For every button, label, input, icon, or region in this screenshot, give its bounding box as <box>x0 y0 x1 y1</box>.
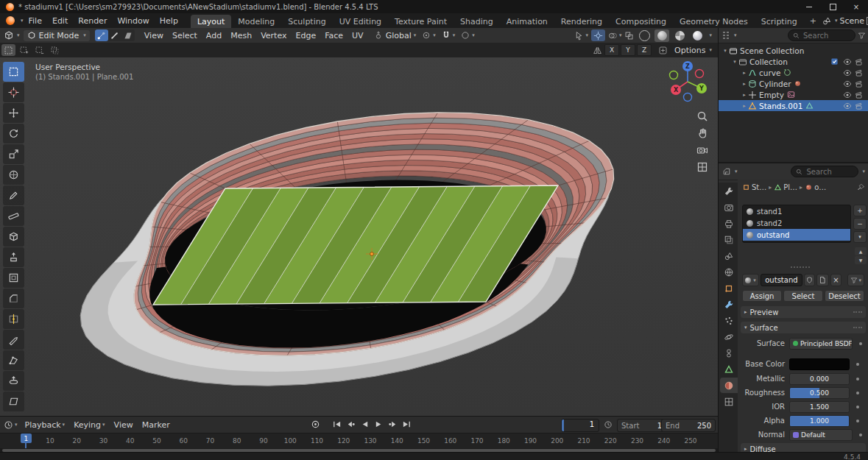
animate-property-dot[interactable] <box>856 406 859 408</box>
normal-field[interactable]: Default <box>789 429 853 441</box>
tool-scale-button[interactable] <box>3 144 24 164</box>
outliner-row-cylinder[interactable]: ▸Cylinder <box>719 78 868 89</box>
disable-in-render-toggle[interactable] <box>855 91 864 99</box>
mode-dropdown[interactable]: Edit Mode ▾ <box>24 30 90 41</box>
viewport-menu-face[interactable]: Face <box>320 31 347 40</box>
menu-help[interactable]: Help <box>155 16 183 26</box>
viewport-menu-edge[interactable]: Edge <box>291 31 320 40</box>
overlays-dropdown[interactable]: ▾ <box>608 31 622 40</box>
properties-options-chevron-icon[interactable]: ▾ <box>862 169 865 174</box>
blender-menu-icon[interactable] <box>6 16 15 25</box>
pivot-dropdown[interactable]: ▾ <box>422 31 436 40</box>
expand-arrow-icon[interactable]: ▾ <box>721 48 729 54</box>
auto-keying-toggle[interactable] <box>309 418 322 431</box>
outliner-row-empty[interactable]: ▸Empty <box>719 89 868 100</box>
animate-property-dot[interactable] <box>859 434 862 436</box>
menu-file[interactable]: File <box>24 16 47 26</box>
previous-keyframe-button[interactable] <box>345 418 357 431</box>
timeline-menu-keying[interactable]: Keying▾ <box>69 420 109 430</box>
jump-to-end-button[interactable] <box>401 418 413 431</box>
tool-measure-button[interactable] <box>3 206 24 226</box>
hide-in-viewport-toggle[interactable] <box>843 102 852 110</box>
material-slot-outstand[interactable]: outstand <box>743 229 850 241</box>
shading-solid-button[interactable] <box>654 29 669 42</box>
tool-shear-button[interactable] <box>3 392 24 411</box>
viewport-menu-add[interactable]: Add <box>202 31 226 40</box>
properties-tab-object[interactable] <box>720 280 738 296</box>
tool-annotate-button[interactable] <box>3 185 24 205</box>
properties-tab-output[interactable] <box>720 216 738 231</box>
shading-rendered-button[interactable] <box>690 29 705 42</box>
move-slot-up-button[interactable]: ▲ <box>855 247 867 255</box>
move-slot-down-button[interactable]: ▼ <box>855 256 867 264</box>
use-preview-range-icon[interactable] <box>604 420 613 429</box>
frame-end-field[interactable]: End 250 <box>661 419 716 432</box>
close-button[interactable]: × <box>844 0 868 13</box>
workspace-tab-geometry-nodes[interactable]: Geometry Nodes <box>673 15 755 28</box>
mirror-axis-x-toggle[interactable]: X <box>604 44 619 56</box>
toggle-ortho-icon[interactable] <box>696 161 708 173</box>
zoom-tool-icon[interactable] <box>696 110 708 122</box>
expand-arrow-icon[interactable]: ▸ <box>741 70 748 76</box>
diffuse-panel-header[interactable]: ▸ Diffuse <box>741 443 866 452</box>
properties-tab-material[interactable] <box>720 378 738 393</box>
gizmo-minus-z[interactable] <box>684 93 692 102</box>
proportional-edit-toggle[interactable]: ▾ <box>461 31 475 40</box>
new-material-button[interactable] <box>816 274 829 286</box>
transform-orientation-dropdown[interactable]: Global ▾ <box>374 31 417 40</box>
material-slot-stand1[interactable]: stand1 <box>743 205 850 217</box>
workspace-tab-modeling[interactable]: Modeling <box>231 15 281 28</box>
shading-material-button[interactable] <box>672 29 687 42</box>
outliner-row-collection[interactable]: ▾Collection <box>719 56 868 67</box>
jump-to-start-button[interactable] <box>331 418 343 431</box>
expand-arrow-icon[interactable]: ▸ <box>741 103 748 109</box>
timeline-menu-playback[interactable]: Playback▾ <box>21 420 70 430</box>
outliner-search[interactable] <box>788 29 855 41</box>
pin-icon[interactable] <box>857 183 865 191</box>
tool-poly-build-button[interactable] <box>3 350 24 370</box>
properties-tab-data[interactable] <box>720 361 738 377</box>
tool-move-button[interactable] <box>3 103 24 123</box>
hide-in-viewport-toggle[interactable] <box>843 79 852 88</box>
show-gizmo-toggle[interactable] <box>591 29 605 41</box>
tool-transform-button[interactable] <box>3 165 24 185</box>
play-reverse-button[interactable] <box>359 418 371 431</box>
tool-knife-button[interactable] <box>3 330 24 350</box>
mirror-axis-y-toggle[interactable]: Y <box>621 44 635 56</box>
properties-editor-icon[interactable] <box>722 167 731 176</box>
disable-in-render-toggle[interactable] <box>855 102 864 110</box>
vertex-select-button[interactable] <box>95 29 108 41</box>
collection-checkbox[interactable] <box>830 57 839 66</box>
assign-button[interactable]: Assign <box>742 290 782 302</box>
menu-edit[interactable]: Edit <box>47 16 73 26</box>
scene-icon[interactable] <box>822 16 831 25</box>
options-dropdown[interactable]: Options <box>674 46 705 55</box>
select-button[interactable]: Select <box>783 290 823 302</box>
properties-tab-view-layer[interactable] <box>720 232 738 247</box>
editor-type-icon[interactable] <box>4 30 14 40</box>
face-select-button[interactable] <box>121 29 135 41</box>
viewport-menu-vertex[interactable]: Vertex <box>256 31 291 40</box>
tool-loop-cut-button[interactable] <box>3 309 24 329</box>
expand-arrow-icon[interactable]: ▸ <box>741 92 748 98</box>
snap-settings-icon[interactable] <box>658 46 668 55</box>
slot-specials-button[interactable]: ▾ <box>853 231 867 243</box>
workspace-tab-rendering[interactable]: Rendering <box>554 15 609 28</box>
menu-window[interactable]: Window <box>112 16 154 26</box>
timeline-menu-view[interactable]: View <box>110 420 138 430</box>
hide-in-viewport-toggle[interactable] <box>843 91 852 99</box>
tool-inset-button[interactable] <box>3 268 24 288</box>
current-frame-field[interactable]: 1 <box>561 419 599 432</box>
disable-in-render-toggle[interactable] <box>855 79 864 88</box>
workspace-tab-shading[interactable]: Shading <box>454 15 500 28</box>
properties-tab-physics[interactable] <box>720 329 738 344</box>
select-mode-intersect-button[interactable] <box>48 44 62 56</box>
xray-toggle[interactable] <box>624 31 634 40</box>
timeline-menu-marker[interactable]: Marker <box>138 420 174 430</box>
play-button[interactable] <box>373 418 385 431</box>
material-filter-button[interactable]: ▾ <box>847 274 864 286</box>
properties-tab-texture[interactable] <box>720 394 738 409</box>
animate-property-dot[interactable] <box>856 420 859 422</box>
viewport-menu-mesh[interactable]: Mesh <box>226 31 256 40</box>
ior-field[interactable]: 1.500 <box>789 401 850 413</box>
